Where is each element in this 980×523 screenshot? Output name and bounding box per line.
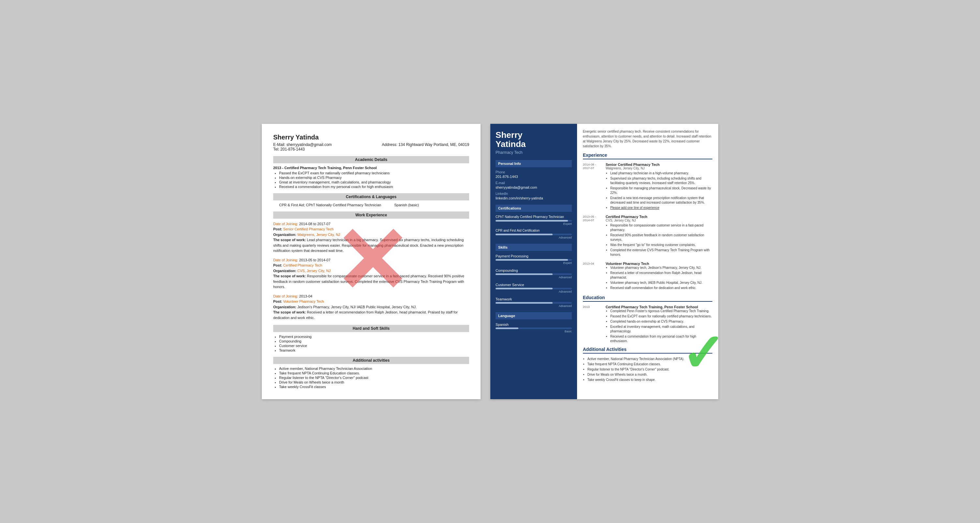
- activity-2: Take frequent NPTA Continuing Education …: [279, 371, 469, 375]
- org-2: CVS, Jersey City, NJ: [298, 269, 331, 273]
- exp-2: 2013-05 - 2014-07 Certified Pharmacy Tec…: [583, 215, 712, 258]
- activities-right-list: Active member, National Pharmacy Technic…: [583, 357, 712, 382]
- personal-info-title: Personal Info: [496, 160, 572, 167]
- exp-3: 2013-04 Volunteer Pharmacy Tech Voluntee…: [583, 262, 712, 291]
- summary-text: Energetic senior certified pharmacy tech…: [583, 129, 712, 149]
- right-name: Sherry Yatinda: [496, 130, 572, 149]
- scope-label-2: The scope of work:: [273, 274, 307, 278]
- address-label: Address:: [382, 142, 397, 147]
- resume-left: ✕ Sherry Yatinda E-Mail: sherryyatinda@g…: [262, 124, 480, 399]
- org-label-2: Organization:: [273, 269, 298, 273]
- activity-5: Take weekly CrossFit classes: [279, 385, 469, 389]
- lang-spanish: Spanish Basic: [496, 323, 572, 333]
- work-entry-2: Date of Joining: 2013-05 to 2014-07 Post…: [273, 258, 469, 290]
- certifications-title: Certifications: [496, 205, 572, 212]
- skill-1: Payment processing: [279, 335, 469, 339]
- date-label-3: Date of Joining:: [273, 294, 299, 298]
- linkedin-item: LinkedIn linkedin.com/in/sherry-yatinda: [496, 192, 572, 200]
- email-label: E-mail: [496, 181, 572, 185]
- org-label-3: Organization:: [273, 305, 298, 309]
- email-label: E-Mail:: [273, 142, 285, 147]
- cert-bar-1-fill: [496, 220, 568, 222]
- cert-lang-title: Certifications & Languages: [273, 193, 469, 200]
- post-label-1: Post:: [273, 227, 283, 231]
- skill-customer: Customer Service Advanced: [496, 283, 572, 293]
- cert-bar-2-bg: [496, 234, 572, 235]
- linkedin-value: linkedin.com/in/sherry-yatinda: [496, 196, 572, 200]
- date-3: 2013-04: [299, 294, 312, 298]
- left-address: 134 Rightward Way Portland, ME, 04019: [398, 142, 469, 147]
- post-1: Senior Certified Pharmacy Tech: [283, 227, 334, 231]
- skills-list: Payment processing Compounding Customer …: [273, 335, 469, 352]
- skill-3: Customer service: [279, 344, 469, 348]
- scope-label-1: The scope of work:: [273, 238, 307, 242]
- skill-2: Compounding: [279, 339, 469, 343]
- activity-1: Active member, National Pharmacy Technic…: [279, 367, 469, 370]
- left-header: Sherry Yatinda E-Mail: sherryyatinda@gma…: [273, 134, 469, 151]
- add-activities-title: Additional Activities: [583, 347, 712, 354]
- cert-item-1: CPR & First Aid; CPhT Nationally Certifi…: [279, 203, 381, 207]
- left-tel: 201-876-1443: [280, 147, 305, 151]
- language-title: Language: [496, 312, 572, 320]
- academic-entry: 2013 - Certified Pharmacy Tech Training,…: [273, 166, 469, 170]
- resume-sidebar: Sherry Yatinda Pharmacy Tech Personal In…: [490, 124, 577, 399]
- skill-compounding: Compounding Advanced: [496, 269, 572, 279]
- cert-item-1: CPhT Nationally Certified Pharmacy Techn…: [496, 215, 572, 226]
- cert-bar-2-fill: [496, 234, 553, 235]
- left-email: sherryyatinda@gmail.com: [286, 142, 332, 147]
- post-label-2: Post:: [273, 263, 283, 267]
- date-label-2: Date of Joining:: [273, 258, 299, 262]
- post-2: Certified Pharmacy Tech: [283, 263, 323, 267]
- work-entry-3: Date of Joining: 2013-04 Post: Volunteer…: [273, 294, 469, 321]
- page-container: ✕ Sherry Yatinda E-Mail: sherryyatinda@g…: [262, 124, 718, 399]
- experience-title: Experience: [583, 153, 712, 159]
- post-label-3: Post:: [273, 299, 283, 304]
- academic-item-2: Hands-on externship at CVS Pharmacy: [279, 176, 469, 180]
- date-2: 2013-05 to 2014-07: [299, 258, 331, 262]
- cert-item-2: CPR and First Aid Certification Advanced: [496, 229, 572, 239]
- academic-item-3: Great at inventory management, math calc…: [279, 180, 469, 184]
- skill-teamwork: Teamwork Advanced: [496, 297, 572, 308]
- academic-item-4: Received a commendation from my personal…: [279, 185, 469, 189]
- resume-right: ✓ Sherry Yatinda Pharmacy Tech Personal …: [490, 124, 718, 399]
- org-3: Jedison's Pharmacy, Jersey City, NJ/ IAE…: [298, 305, 417, 309]
- phone-item: Phone 201-876-1443: [496, 170, 572, 178]
- work-title: Work Experience: [273, 211, 469, 219]
- activity-3: Regular listener to the NPTA "Director's…: [279, 376, 469, 380]
- work-entry-1: Date of Joining: 2014-08 to 2017-07 Post…: [273, 221, 469, 254]
- cert-item-2: Spanish (basic): [394, 203, 419, 207]
- tel-label: Tel:: [273, 147, 279, 151]
- exp-1: 2014-08 - 2017-07 Senior Certified Pharm…: [583, 162, 712, 211]
- phone-value: 201-876-1443: [496, 175, 572, 178]
- main-content: Energetic senior certified pharmacy tech…: [577, 124, 718, 399]
- scope-label-3: The scope of work:: [273, 310, 307, 314]
- cert-row: CPR & First Aid; CPhT Nationally Certifi…: [273, 203, 469, 207]
- sidebar-name-block: Sherry Yatinda Pharmacy Tech: [496, 130, 572, 155]
- date-label-1: Date of Joining:: [273, 222, 299, 226]
- left-name: Sherry Yatinda: [273, 134, 469, 141]
- skill-payment: Payment Processing Expert: [496, 254, 572, 265]
- org-label-1: Organization:: [273, 233, 298, 237]
- linkedin-label: LinkedIn: [496, 192, 572, 196]
- activity-4: Drive for Meals on Wheels twice a month: [279, 380, 469, 384]
- post-3: Volunteer Pharmacy Tech: [283, 299, 324, 304]
- skills-title: Hard and Soft Skills: [273, 325, 469, 332]
- skills-section-title: Skills: [496, 244, 572, 251]
- activities-title: Additional activities: [273, 357, 469, 364]
- academic-list: Passed the ExCPT exam for nationally cer…: [273, 171, 469, 189]
- academic-item-1: Passed the ExCPT exam for nationally cer…: [279, 171, 469, 175]
- academic-title: Academic Details: [273, 156, 469, 163]
- org-1: Walgreens, Jersey City, NJ: [298, 233, 340, 237]
- activities-list: Active member, National Pharmacy Technic…: [273, 367, 469, 389]
- phone-label: Phone: [496, 170, 572, 174]
- email-value: sherryyatinda@gmail.com: [496, 185, 572, 189]
- cert-bar-1-bg: [496, 220, 572, 222]
- education-title: Education: [583, 295, 712, 302]
- edu-1: 2013 Certified Pharmacy Tech Training, P…: [583, 305, 712, 344]
- skill-4: Teamwork: [279, 348, 469, 352]
- email-item: E-mail sherryyatinda@gmail.com: [496, 181, 572, 189]
- right-title: Pharmacy Tech: [496, 150, 572, 155]
- date-1: 2014-08 to 2017-07: [299, 222, 331, 226]
